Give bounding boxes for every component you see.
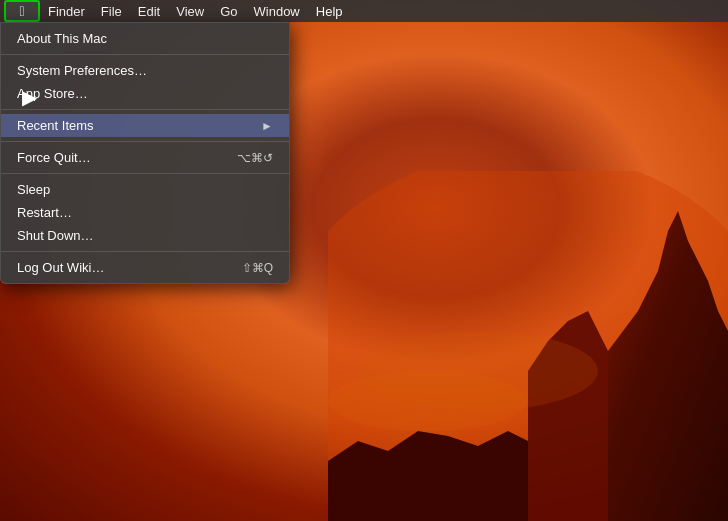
menu-item-shutdown[interactable]: Shut Down… <box>1 224 289 247</box>
menu-separator-5 <box>1 251 289 252</box>
menubar-edit[interactable]: Edit <box>130 0 168 22</box>
menu-item-restart-label: Restart… <box>17 205 273 220</box>
menu-item-logout-label: Log Out Wiki… <box>17 260 222 275</box>
menu-separator-1 <box>1 54 289 55</box>
menu-item-about-label: About This Mac <box>17 31 273 46</box>
menubar-help[interactable]: Help <box>308 0 351 22</box>
menu-item-force-quit-label: Force Quit… <box>17 150 217 165</box>
menu-item-app-store[interactable]: App Store… <box>1 82 289 105</box>
menubar-file[interactable]: File <box>93 0 130 22</box>
rock-silhouette <box>328 171 728 521</box>
menu-item-recent-items-label: Recent Items <box>17 118 251 133</box>
menu-separator-2 <box>1 109 289 110</box>
apple-logo-icon:  <box>19 4 24 18</box>
svg-point-2 <box>328 371 528 431</box>
apple-dropdown-menu: About This Mac System Preferences… App S… <box>0 22 290 284</box>
menubar-items: Finder File Edit View Go Window Help <box>40 0 351 22</box>
menu-item-force-quit-shortcut: ⌥⌘↺ <box>237 151 273 165</box>
menu-item-system-prefs-label: System Preferences… <box>17 63 273 78</box>
menu-item-system-prefs[interactable]: System Preferences… <box>1 59 289 82</box>
menubar-view[interactable]: View <box>168 0 212 22</box>
menubar-finder[interactable]: Finder <box>40 0 93 22</box>
submenu-arrow-icon: ► <box>261 119 273 133</box>
menu-item-shutdown-label: Shut Down… <box>17 228 273 243</box>
menubar:  Finder File Edit View Go Window Help <box>0 0 728 22</box>
menu-item-restart[interactable]: Restart… <box>1 201 289 224</box>
menu-separator-4 <box>1 173 289 174</box>
menu-item-logout[interactable]: Log Out Wiki… ⇧⌘Q <box>1 256 289 279</box>
menu-item-app-store-label: App Store… <box>17 86 273 101</box>
menubar-window[interactable]: Window <box>246 0 308 22</box>
menu-item-force-quit[interactable]: Force Quit… ⌥⌘↺ <box>1 146 289 169</box>
menu-item-about[interactable]: About This Mac <box>1 27 289 50</box>
menu-item-sleep[interactable]: Sleep <box>1 178 289 201</box>
apple-menu-button[interactable]:  <box>4 0 40 22</box>
menu-item-recent-items[interactable]: Recent Items ► <box>1 114 289 137</box>
menu-item-sleep-label: Sleep <box>17 182 273 197</box>
menu-item-logout-shortcut: ⇧⌘Q <box>242 261 273 275</box>
menu-separator-3 <box>1 141 289 142</box>
menubar-go[interactable]: Go <box>212 0 245 22</box>
